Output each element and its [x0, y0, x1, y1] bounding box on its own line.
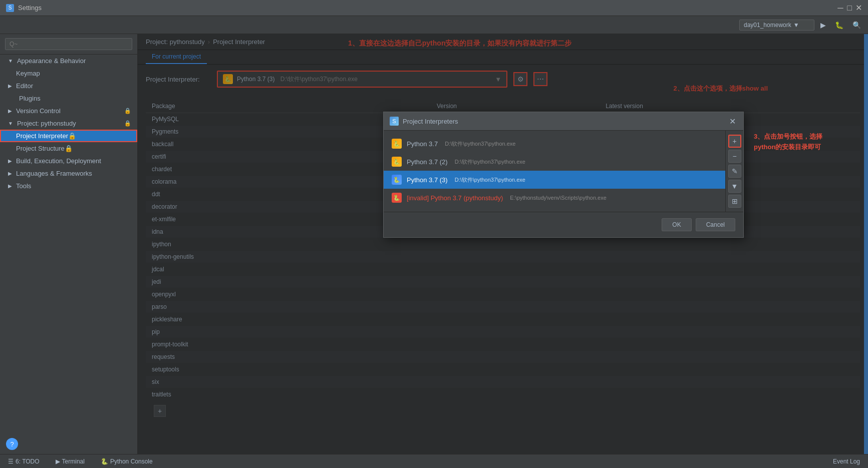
- sidebar-item-appearance-label: Appearance & Behavior: [17, 57, 86, 65]
- todo-label: 6: TODO: [16, 458, 40, 465]
- toolbar-right: day01_homework ▼ ▶ 🐛 🔍: [739, 19, 864, 31]
- sidebar-item-keymap-label: Keymap: [16, 70, 40, 77]
- run-config-combo[interactable]: day01_homework ▼: [739, 20, 814, 31]
- search-toolbar-button[interactable]: 🔍: [849, 19, 864, 31]
- sidebar-item-languages[interactable]: ▶ Languages & Frameworks: [0, 167, 137, 180]
- interpreter-label: Python 3.7 (3): [407, 176, 448, 184]
- sidebar-item-editor-label: Editor: [16, 82, 33, 90]
- sidebar-search-container: [0, 34, 137, 55]
- sidebar-item-project-structure[interactable]: Project Structure 🔒: [0, 142, 137, 155]
- modal-interpreter-item[interactable]: 🐍 Python 3.7 D:\软件\python37\python.exe: [384, 135, 725, 153]
- modal-interpreter-item[interactable]: 🐍 Python 3.7 (2) D:\软件\python37\python.e…: [384, 153, 725, 171]
- vc-lock-icon: 🔒: [124, 108, 131, 114]
- terminal-icon: ▶: [56, 458, 60, 465]
- sidebar-item-plugins-label: Plugins: [19, 95, 41, 102]
- sidebar-item-appearance[interactable]: ▼ Appearance & Behavior: [0, 55, 137, 67]
- sidebar-item-version-control[interactable]: ▶ Version Control 🔒: [0, 105, 137, 117]
- interpreter-path: E:\pythonstudy\venv\Scripts\python.exe: [510, 195, 607, 201]
- tools-arrow-icon: ▶: [8, 183, 12, 189]
- interpreter-label: [invalid] Python 3.7 (pythonstudy): [407, 194, 503, 202]
- debug-button[interactable]: 🐛: [832, 19, 846, 31]
- modal-overlay: S Project Interpreters ✕ 🐍 Python 3.7 D:…: [138, 34, 868, 454]
- sidebar-item-pi-label: Project Interpreter: [16, 132, 68, 140]
- appearance-arrow-icon: ▼: [8, 58, 13, 64]
- sidebar: ▼ Appearance & Behavior Keymap ▶ Editor …: [0, 34, 138, 454]
- bottom-bar: ☰ 6: TODO ▶ Terminal 🐍 Python Console Ev…: [0, 454, 868, 468]
- bottom-tab-terminal[interactable]: ▶ Terminal: [52, 454, 89, 468]
- modal-remove-button[interactable]: −: [728, 150, 741, 163]
- sidebar-item-project-interpreter[interactable]: Project Interpreter 🔒: [0, 130, 137, 142]
- modal-title-bar: S Project Interpreters ✕: [384, 112, 743, 131]
- interpreter-icon: 🐍: [392, 139, 402, 149]
- help-section: ?: [0, 434, 137, 454]
- editor-arrow-icon: ▶: [8, 83, 12, 89]
- modal-footer: OK Cancel: [384, 212, 743, 237]
- main-window: S Settings ─ □ ✕ day01_homework ▼ ▶ 🐛 🔍: [0, 0, 868, 468]
- modal-interpreter-list: 🐍 Python 3.7 D:\软件\python37\python.exe 🐍…: [384, 131, 725, 212]
- title-bar: S Settings ─ □ ✕: [0, 0, 868, 16]
- modal-filter-button[interactable]: ▼: [728, 180, 741, 193]
- terminal-label: Terminal: [62, 458, 85, 465]
- sidebar-item-project-label: Project: pythonstudy: [17, 120, 76, 127]
- bottom-tab-python-console[interactable]: 🐍 Python Console: [97, 454, 157, 468]
- sidebar-item-lang-label: Languages & Frameworks: [16, 170, 92, 177]
- run-config-label: day01_homework: [744, 22, 791, 29]
- build-arrow-icon: ▶: [8, 158, 12, 164]
- interpreter-label: Python 3.7 (2): [407, 158, 448, 166]
- bottom-right: Event Log: [829, 458, 864, 465]
- event-log-label: Event Log: [833, 458, 860, 465]
- sidebar-item-tools-label: Tools: [16, 182, 31, 190]
- modal-title-icon: S: [390, 117, 399, 126]
- modal-edit-button[interactable]: ✎: [728, 165, 741, 178]
- interpreter-label: Python 3.7: [407, 140, 438, 148]
- todo-icon: ☰: [8, 458, 14, 465]
- modal-action-buttons: + − ✎ ▼ ⊞: [725, 131, 743, 212]
- interpreter-path: D:\软件\python37\python.exe: [445, 140, 515, 148]
- project-arrow-icon: ▼: [8, 121, 13, 126]
- minimize-button[interactable]: ─: [837, 5, 844, 12]
- modal-content: 🐍 Python 3.7 D:\软件\python37\python.exe 🐍…: [384, 131, 743, 212]
- interpreter-icon: 🐍: [392, 193, 402, 203]
- help-button[interactable]: ?: [6, 438, 18, 450]
- interpreter-icon: 🐍: [392, 157, 402, 167]
- interpreter-icon: 🐍: [392, 175, 402, 185]
- vc-arrow-icon: ▶: [8, 108, 12, 114]
- modal-cancel-button[interactable]: Cancel: [696, 218, 735, 231]
- bottom-tab-event-log[interactable]: Event Log: [829, 458, 864, 465]
- sidebar-item-ps-label: Project Structure: [16, 145, 65, 152]
- bottom-tab-todo[interactable]: ☰ 6: TODO: [4, 454, 44, 468]
- run-button[interactable]: ▶: [817, 19, 829, 31]
- sidebar-item-keymap[interactable]: Keymap: [0, 67, 137, 80]
- sidebar-item-plugins[interactable]: Plugins: [0, 92, 137, 105]
- modal-interpreter-item[interactable]: 🐍 [invalid] Python 3.7 (pythonstudy) E:\…: [384, 189, 725, 207]
- app-icon: S: [6, 4, 14, 12]
- modal-title-text: Project Interpreters: [403, 118, 723, 125]
- window-title: Settings: [18, 4, 837, 12]
- combo-arrow-icon: ▼: [793, 22, 799, 29]
- interpreter-path: D:\软件\python37\python.exe: [455, 158, 525, 166]
- sidebar-item-build-label: Build, Execution, Deployment: [16, 157, 101, 165]
- settings-content: Project: pythonstudy › Project Interpret…: [138, 34, 868, 454]
- sidebar-item-vc-label: Version Control: [16, 107, 61, 115]
- sidebar-item-tools[interactable]: ▶ Tools: [0, 180, 137, 192]
- top-toolbar: day01_homework ▼ ▶ 🐛 🔍: [0, 16, 868, 34]
- annotation-3: 3、点击加号按钮，选择python的安装目录即可: [754, 132, 854, 153]
- sidebar-item-project[interactable]: ▼ Project: pythonstudy 🔒: [0, 117, 137, 130]
- modal-add-button[interactable]: +: [728, 135, 741, 148]
- modal-interpreter-item[interactable]: 🐍 Python 3.7 (3) D:\软件\python37\python.e…: [384, 171, 725, 189]
- modal-tree-button[interactable]: ⊞: [728, 195, 741, 208]
- sidebar-search-input[interactable]: [5, 38, 132, 50]
- ps-lock-icon: 🔒: [65, 145, 73, 152]
- interpreter-path: D:\软件\python37\python.exe: [455, 176, 525, 184]
- sidebar-item-build[interactable]: ▶ Build, Execution, Deployment: [0, 155, 137, 167]
- lang-arrow-icon: ▶: [8, 171, 12, 176]
- sidebar-item-editor[interactable]: ▶ Editor: [0, 80, 137, 92]
- close-button[interactable]: ✕: [855, 5, 862, 12]
- modal-ok-button[interactable]: OK: [662, 218, 691, 231]
- modal-close-button[interactable]: ✕: [727, 116, 737, 126]
- python-console-icon: 🐍: [101, 458, 108, 465]
- pi-lock-icon: 🔒: [68, 132, 76, 140]
- project-lock-icon: 🔒: [124, 120, 131, 127]
- project-interpreters-modal: S Project Interpreters ✕ 🐍 Python 3.7 D:…: [383, 112, 744, 238]
- maximize-button[interactable]: □: [846, 5, 853, 12]
